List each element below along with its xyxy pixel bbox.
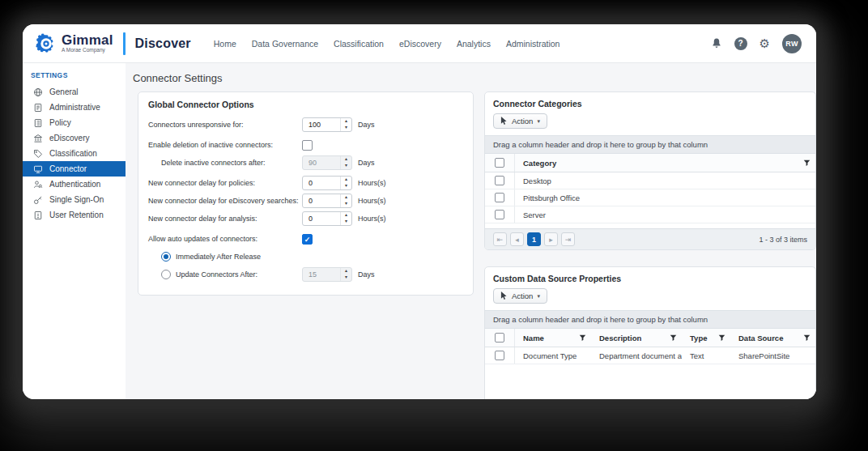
monitor-icon: [33, 164, 43, 174]
spinner-buttons[interactable]: ▴▾: [340, 212, 351, 225]
radio-label: Immediately After Release: [176, 253, 261, 261]
sidebar-item-label: Classification: [49, 149, 97, 158]
delay-analysis-input[interactable]: ▴▾: [302, 211, 352, 226]
global-connector-options-panel: Global Connector Options Connectors unre…: [138, 91, 474, 296]
column-header-data-source[interactable]: Data Source: [738, 334, 783, 343]
settings-sidebar: SETTINGS General Administrative Policy e…: [23, 63, 126, 399]
row-checkbox[interactable]: [495, 351, 504, 360]
sidebar-item-policy[interactable]: Policy: [23, 115, 126, 130]
field-label: New connector delay for analysis:: [148, 215, 257, 223]
filter-icon[interactable]: [670, 334, 677, 342]
panel-title: Custom Data Source Properties: [485, 267, 815, 287]
app-header: Gimmal A Morae Company Discover Home Dat…: [23, 24, 816, 63]
sidebar-item-user-retention[interactable]: User Retention: [23, 207, 126, 223]
spin-up-icon: ▴: [341, 268, 351, 274]
sidebar-item-single-sign-on[interactable]: Single Sign-On: [23, 192, 126, 207]
table-header: Category: [485, 154, 815, 172]
delay-ediscovery-input[interactable]: ▴▾: [302, 194, 352, 208]
spinner-buttons[interactable]: ▴▾: [340, 177, 351, 189]
field-label: New connector delay for policies:: [148, 179, 255, 187]
table-row[interactable]: Pittsburgh Office: [485, 189, 815, 206]
update-after-radio[interactable]: [161, 270, 171, 279]
bell-icon[interactable]: [711, 37, 722, 49]
nav-data-governance[interactable]: Data Governance: [252, 39, 318, 49]
enable-deletion-checkbox[interactable]: [302, 140, 313, 151]
field-label: Connectors unresponsive for:: [148, 121, 244, 129]
filter-icon[interactable]: [803, 334, 811, 342]
row-checkbox[interactable]: [495, 193, 504, 202]
properties-action-button[interactable]: Action ▾: [493, 288, 547, 304]
filter-icon[interactable]: [579, 334, 586, 342]
brand-block: Gimmal A Morae Company: [62, 33, 113, 53]
table-row[interactable]: Server: [485, 206, 815, 223]
nav-classification[interactable]: Classification: [334, 39, 384, 49]
connector-categories-panel: Connector Categories Action ▾ Drag a col…: [484, 91, 816, 250]
row-checkbox[interactable]: [495, 176, 504, 185]
pager-last-button[interactable]: ⇥: [561, 232, 575, 246]
delay-policies-input[interactable]: ▴▾: [302, 176, 352, 190]
sidebar-item-label: Single Sign-On: [49, 195, 104, 204]
spin-down-icon: ▾: [341, 201, 351, 207]
pager-page-1-button[interactable]: 1: [527, 232, 541, 246]
sidebar-item-connector[interactable]: Connector: [23, 161, 126, 177]
auto-updates-checkbox[interactable]: ✓: [302, 234, 313, 245]
column-header-name[interactable]: Name: [523, 334, 544, 343]
nav-analytics[interactable]: Analytics: [457, 39, 491, 49]
nav-home[interactable]: Home: [214, 39, 236, 49]
nav-ediscovery[interactable]: eDiscovery: [399, 39, 441, 49]
list-icon: [33, 118, 43, 128]
sidebar-item-general[interactable]: General: [23, 84, 126, 100]
pointer-icon: [500, 117, 508, 126]
caret-down-icon: ▾: [537, 118, 540, 125]
app-window: Gimmal A Morae Company Discover Home Dat…: [23, 24, 816, 399]
unit-label: Hours(s): [358, 179, 386, 187]
spin-up-icon: ▴: [341, 194, 351, 201]
spinner-buttons[interactable]: ▴▾: [340, 194, 351, 207]
spin-up-icon: ▴: [341, 156, 351, 163]
brand-tagline: A Morae Company: [62, 48, 113, 53]
filter-icon[interactable]: [718, 334, 725, 342]
header-right: ? ⚙ RW: [711, 34, 802, 53]
update-after-days-input: ▴▾: [302, 267, 352, 282]
sidebar-item-ediscovery[interactable]: eDiscovery: [23, 130, 126, 146]
group-drop-zone[interactable]: Drag a column header and drop it here to…: [485, 310, 815, 329]
field-label: Delete inactive connectors after:: [148, 159, 266, 167]
sidebar-item-authentication[interactable]: Authentication: [23, 177, 126, 192]
help-icon[interactable]: ?: [734, 37, 747, 50]
pager-next-button[interactable]: ▸: [544, 232, 558, 246]
unresponsive-days-input[interactable]: ▴▾: [302, 117, 352, 132]
pager-prev-button[interactable]: ◂: [510, 232, 524, 246]
user-box-icon: [33, 211, 43, 220]
sidebar-item-classification[interactable]: Classification: [23, 146, 126, 161]
pager-summary: 1 - 3 of 3 items: [759, 236, 807, 244]
delete-after-days-input: ▴▾: [302, 155, 352, 170]
brand-name: Gimmal: [62, 33, 113, 47]
spin-down-icon: ▾: [341, 125, 351, 131]
table-row[interactable]: Desktop: [485, 172, 815, 189]
page-title: Connector Settings: [126, 63, 816, 91]
categories-action-button[interactable]: Action ▾: [493, 113, 547, 129]
immediately-radio[interactable]: [161, 252, 171, 262]
column-header-type[interactable]: Type: [690, 334, 707, 343]
row-checkbox[interactable]: [495, 210, 504, 219]
select-all-checkbox[interactable]: [495, 333, 504, 343]
spinner-buttons[interactable]: ▴▾: [340, 118, 351, 131]
caret-down-icon: ▾: [537, 293, 540, 300]
column-header-category[interactable]: Category: [523, 159, 556, 168]
sidebar-item-administrative[interactable]: Administrative: [23, 100, 126, 115]
column-header-description[interactable]: Description: [599, 334, 641, 343]
sidebar-item-label: Policy: [49, 118, 71, 127]
pager-first-button[interactable]: ⇤: [493, 232, 507, 246]
select-all-checkbox[interactable]: [495, 158, 504, 168]
form-row-immediately: Immediately After Release: [148, 249, 463, 264]
filter-icon[interactable]: [803, 160, 811, 167]
nav-administration[interactable]: Administration: [506, 39, 560, 49]
group-drop-zone[interactable]: Drag a column header and drop it here to…: [485, 135, 815, 154]
field-label: Allow auto updates of connectors:: [148, 235, 257, 243]
table-row[interactable]: Document Type Department document applie…: [485, 347, 815, 364]
sidebar-item-label: User Retention: [49, 211, 104, 219]
settings-gear-icon[interactable]: ⚙: [760, 37, 770, 49]
avatar[interactable]: RW: [782, 34, 802, 53]
gimmal-logo-icon: [36, 33, 57, 54]
form-row-delay-ediscovery: New connector delay for eDiscovery searc…: [148, 194, 463, 208]
